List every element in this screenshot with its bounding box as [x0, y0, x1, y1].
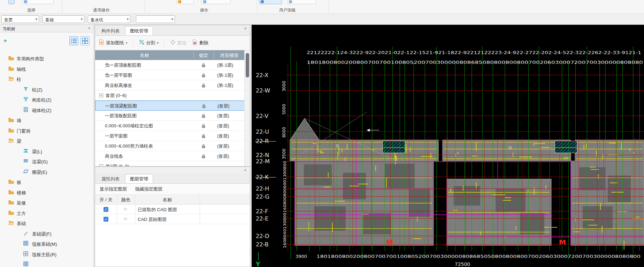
tree-item-19[interactable]: 筏板主筋(R) — [0, 249, 94, 259]
tab-component-list[interactable]: 构件列表 — [97, 26, 124, 35]
layer-row[interactable]: ✓▷CAD 原始图层 — [95, 214, 250, 224]
sheet-row[interactable]: 一层顶板配筋图(首层) — [95, 111, 245, 121]
foundation-beam-icon — [23, 230, 29, 236]
raft-icon — [23, 261, 29, 267]
ribbon-group-label-operate: 操作 — [200, 7, 208, 13]
tree-item-18[interactable]: 筏板基础(M) — [0, 239, 94, 249]
locate-icon — [170, 39, 176, 46]
sheet-row[interactable]: 0.000~6.000墙柱定位图(首层) — [95, 121, 245, 131]
tool-icon — [203, 0, 206, 3]
category-combo[interactable]: 基础 ▾ — [43, 15, 84, 23]
svg-text:3000: 3000 — [282, 81, 286, 92]
tree-item-16[interactable]: 基础 — [0, 218, 94, 228]
sheet-group-row[interactable]: 第2层 (6~9) — [95, 161, 245, 166]
ribbon-button-partial[interactable] — [201, 0, 231, 4]
cad-viewport[interactable]: MM22122222-124-3222-922-2021-022-122-152… — [252, 25, 644, 267]
tree-item-5[interactable]: 砌体柱(Z) — [0, 105, 94, 115]
sheet-row[interactable]: 负一层顶板配筋图(第-1层) — [95, 60, 245, 70]
sheet-toolbar-button-2[interactable]: 定位 — [170, 39, 186, 46]
layer-panel-top: × — [95, 167, 250, 173]
extra-combo[interactable]: ▾ — [136, 15, 175, 23]
folder-open-icon — [8, 220, 14, 225]
tree-item-10[interactable]: 连梁(G) — [0, 156, 94, 166]
tree-item-11[interactable]: 圈梁(E) — [0, 167, 94, 177]
ribbon-button-partial[interactable] — [176, 0, 194, 4]
tree-item-partial[interactable] — [0, 259, 94, 267]
tree-item-1[interactable]: 轴线 — [0, 64, 94, 74]
scrollbar-thumb[interactable] — [246, 53, 249, 77]
sheet-panel-tabbar: 构件列表 图纸管理 × — [95, 25, 250, 36]
ribbon-button-partial[interactable] — [8, 0, 15, 4]
sheet-toolbar-button-0[interactable]: 添加图纸▾ — [99, 39, 128, 46]
sheet-row[interactable]: 负一层平面图(第-1层) — [95, 70, 245, 80]
ribbon-button-partial[interactable] — [287, 0, 316, 4]
tree-item-13[interactable]: 楼梯 — [0, 187, 94, 198]
tree-item-14[interactable]: 装修 — [0, 198, 94, 208]
svg-text:M: M — [559, 238, 566, 246]
add-sheet-icon — [99, 39, 104, 46]
collapse-icon[interactable] — [99, 164, 103, 166]
svg-text:180180080020080070070010080520: 1801800800200800700700100805200700300000… — [307, 60, 643, 65]
tie-beam-icon — [23, 158, 29, 164]
folder-icon — [8, 189, 14, 195]
close-icon[interactable]: × — [87, 26, 92, 31]
svg-text:3900: 3900 — [296, 254, 307, 259]
component-combo[interactable]: 集水坑 ▾ — [88, 15, 130, 23]
collapse-icon[interactable] — [99, 94, 103, 97]
add-icon[interactable]: + — [3, 37, 7, 44]
layer-row[interactable]: ✓▷已提取的 CAD 图层 — [95, 205, 250, 214]
tab-property-list[interactable]: 属性列表 — [97, 174, 124, 183]
expander-icon[interactable]: ▷ — [124, 216, 127, 221]
close-icon[interactable]: × — [243, 26, 248, 31]
sheet-row[interactable]: 0.000~6.000剪力墙柱表(首层) — [95, 141, 245, 151]
tab-layer-management[interactable]: 图层管理 — [125, 174, 153, 183]
sheet-name: 商业标高修改 — [105, 82, 132, 89]
vertical-scrollbar[interactable] — [244, 50, 250, 166]
sheet-management-panel: 构件列表 图纸管理 × 添加图纸▾分割▾定位删除 名称 锁定 对应楼层 负一层顶… — [95, 25, 250, 166]
sheet-toolbar-button-3[interactable]: 删除 — [192, 39, 208, 46]
sheet-row[interactable]: 一层顶梁配筋图(首层) — [95, 101, 245, 111]
svg-text:180180080020080070070010080520: 1801800800200800700700100805200700300000… — [316, 254, 641, 259]
sheet-row[interactable]: 一层平面图(首层) — [95, 131, 245, 141]
ribbon-button-partial[interactable] — [22, 0, 54, 4]
sheet-row[interactable]: 商业线条(首层) — [95, 151, 245, 161]
tree-item-4[interactable]: 构造柱(Z) — [0, 95, 94, 105]
panel-title: 导航树 — [3, 26, 15, 32]
tree-item-label: 构造柱(Z) — [32, 97, 52, 103]
tree-item-3[interactable]: 柱(Z) — [0, 84, 94, 95]
ribbon-toggle-partial[interactable] — [259, 0, 282, 4]
tree-item-0[interactable]: 常用构件类型 — [0, 53, 94, 64]
layer-checkbox[interactable]: ✓ — [104, 207, 108, 212]
sheet-group-row[interactable]: 首层 (0~6) — [95, 90, 245, 101]
tree-item-15[interactable]: 土方 — [0, 208, 94, 218]
tab-sheet-management[interactable]: 图纸管理 — [125, 26, 153, 35]
sheet-name: 商业线条 — [105, 153, 123, 160]
card-view-button[interactable] — [80, 36, 90, 45]
column-header-layername: 名称 — [135, 197, 200, 203]
beam-icon — [23, 148, 29, 154]
tree-item-9[interactable]: 梁(L) — [0, 146, 94, 156]
sheet-toolbar-button-1[interactable]: 分割▾ — [139, 39, 159, 46]
sheet-row[interactable]: 商业标高修改(第-1层) — [95, 80, 245, 90]
close-icon[interactable]: × — [243, 168, 248, 173]
column-header-name: 名称 — [95, 52, 194, 59]
floor-combo[interactable]: 首层 ▾ — [1, 15, 39, 23]
folder-open-icon — [8, 138, 14, 143]
list-view-button[interactable] — [69, 36, 78, 45]
tree-item-12[interactable]: 板 — [0, 177, 94, 187]
tree-item-2[interactable]: 柱 — [0, 74, 94, 84]
tree-item-label: 基础梁(F) — [32, 231, 52, 237]
tree-item-8[interactable]: 梁 — [0, 136, 94, 146]
layer-checkbox[interactable]: ✓ — [104, 217, 108, 222]
tree-item-17[interactable]: 基础梁(F) — [0, 229, 94, 239]
chevron-down-icon: ▾ — [81, 17, 83, 21]
navigation-panel: 导航树 × + 常用构件类型轴线柱柱(Z)构造柱(Z)砌 — [0, 25, 94, 267]
tree-item-7[interactable]: 门窗洞 — [0, 126, 94, 136]
hide-layer-button[interactable]: 隐藏指定图层 — [135, 186, 162, 192]
svg-text:22-B: 22-B — [256, 241, 269, 248]
lock-icon — [201, 83, 206, 89]
show-layer-button[interactable]: 显示指定图层 — [100, 186, 127, 192]
tree-item-6[interactable]: 墙 — [0, 115, 94, 125]
tree-item-label: 墙 — [17, 118, 21, 124]
expander-icon[interactable]: ▷ — [124, 207, 127, 211]
